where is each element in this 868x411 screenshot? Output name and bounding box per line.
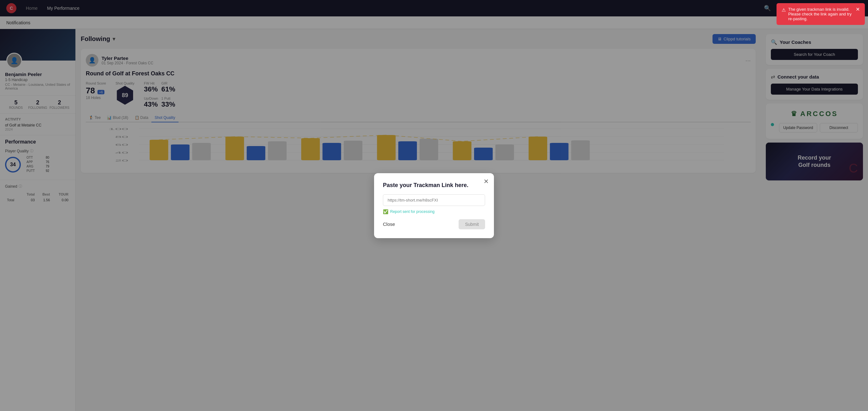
toast-message: The given trackman link is invalid. Plea… [788,7,853,21]
modal-overlay: ✕ Paste your Trackman Link here. ✅ Repor… [0,0,868,411]
trackman-modal: ✕ Paste your Trackman Link here. ✅ Repor… [374,173,494,238]
error-toast: ⚠ The given trackman link is invalid. Pl… [777,3,865,25]
modal-footer: Close Submit [383,219,485,229]
modal-submit-button[interactable]: Submit [459,219,485,229]
modal-close-icon-button[interactable]: ✕ [484,178,489,185]
toast-close-button[interactable]: ✕ [856,7,860,12]
modal-title: Paste your Trackman Link here. [383,182,485,189]
modal-success-message: ✅ Report sent for processing [383,209,485,214]
trackman-link-input[interactable] [383,194,485,206]
success-check-icon: ✅ [383,209,388,214]
modal-close-button[interactable]: Close [383,221,395,227]
warning-icon: ⚠ [782,7,786,13]
